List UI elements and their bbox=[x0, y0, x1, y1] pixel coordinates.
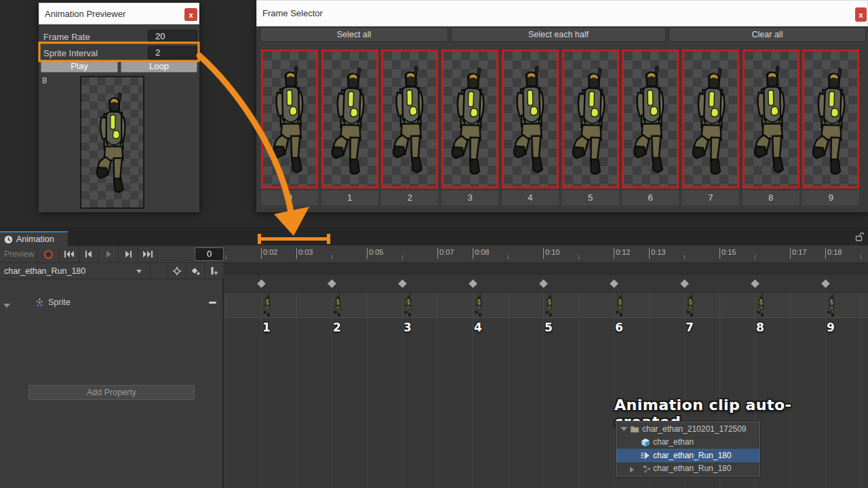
current-frame-field[interactable]: 0 bbox=[195, 247, 224, 261]
ruler-tick-minor bbox=[861, 255, 861, 260]
select-all-button[interactable]: Select all bbox=[260, 27, 448, 42]
record-button[interactable] bbox=[37, 246, 60, 262]
selector-close-button[interactable]: x bbox=[855, 7, 867, 22]
last-frame-button[interactable] bbox=[138, 246, 158, 262]
filter-curves-button[interactable] bbox=[168, 263, 186, 279]
next-frame-button[interactable] bbox=[119, 246, 138, 262]
keyframe-diamond[interactable] bbox=[751, 279, 760, 288]
keyframe-band[interactable] bbox=[224, 274, 868, 293]
ruler-label: 0:02 bbox=[263, 248, 277, 256]
clear-all-button[interactable]: Clear all bbox=[669, 27, 866, 42]
previewer-titlebar[interactable]: Animation Previewer x bbox=[39, 3, 199, 24]
frame-sprite bbox=[321, 49, 378, 188]
soldier-sprite bbox=[92, 89, 134, 196]
frame-selector-window: Frame Selector x Select all Select each … bbox=[256, 0, 868, 212]
sprite-preview bbox=[80, 76, 144, 209]
clip-row: char_ethan_Run_180 bbox=[0, 263, 224, 279]
screen: Animation Previewer x Frame Rate 20 Spri… bbox=[0, 0, 868, 488]
ruler-tick-major bbox=[367, 248, 368, 259]
frame-cell-0[interactable]: 0 bbox=[261, 49, 318, 205]
ruler-label: 0:10 bbox=[545, 248, 559, 256]
soldier-sprite bbox=[627, 60, 674, 178]
play-frame-button[interactable] bbox=[99, 246, 119, 262]
keyframe-diamond[interactable] bbox=[469, 279, 477, 288]
hierarchy-row-label: char_ethan_Run_180 bbox=[653, 451, 731, 460]
soldier-sprite bbox=[566, 61, 614, 179]
frame-cell-5[interactable]: 5 bbox=[562, 49, 619, 205]
prev-frame-button[interactable] bbox=[79, 246, 99, 262]
timeline-ruler[interactable]: 0:020:030:050:070:080:100:120:130:150:17… bbox=[224, 245, 868, 263]
clip-icon bbox=[641, 451, 650, 460]
previewer-close-button[interactable]: x bbox=[184, 8, 197, 21]
keyframe-number-annotation: 8 bbox=[753, 321, 768, 334]
add-property-button[interactable]: Add Property bbox=[28, 385, 195, 400]
soldier-sprite bbox=[326, 61, 374, 179]
hierarchy-row-char_ethan_Run_180[interactable]: char_ethan_Run_180 bbox=[616, 449, 760, 462]
preview-toggle[interactable]: Preview bbox=[0, 246, 37, 262]
folder-icon bbox=[630, 424, 639, 434]
sprite-interval-row: Sprite Interval 2 bbox=[39, 45, 199, 61]
frame-cell-8[interactable]: 8 bbox=[743, 49, 800, 205]
frame-rate-row: Frame Rate 20 bbox=[39, 28, 199, 45]
clip-dropdown[interactable]: char_ethan_Run_180 bbox=[0, 263, 151, 279]
sprite-interval-field[interactable]: 2 bbox=[148, 46, 197, 60]
keyframe-diamond[interactable] bbox=[539, 279, 548, 288]
first-frame-button[interactable] bbox=[60, 246, 79, 262]
keyframe-diamond[interactable] bbox=[398, 279, 407, 288]
add-keyframe-icon bbox=[191, 266, 201, 275]
record-icon bbox=[43, 249, 54, 260]
keyframe-thumbnails bbox=[224, 293, 868, 318]
first-frame-icon bbox=[64, 251, 75, 258]
keyframe-diamond[interactable] bbox=[257, 279, 266, 288]
expand-right-icon[interactable] bbox=[630, 467, 634, 472]
selector-titlebar[interactable]: Frame Selector x bbox=[256, 0, 868, 26]
soldier-sprite bbox=[267, 60, 313, 178]
frame-cell-7[interactable]: 7 bbox=[682, 49, 739, 205]
expand-down-icon[interactable] bbox=[620, 427, 627, 431]
model-icon bbox=[641, 438, 650, 447]
frame-cell-9[interactable]: 9 bbox=[802, 49, 859, 205]
hierarchy-row-char_ethan_210201_172509[interactable]: char_ethan_210201_172509 bbox=[616, 422, 760, 436]
hierarchy-row-char_ethan[interactable]: char_ethan bbox=[616, 436, 760, 449]
tab-animation[interactable]: Animation bbox=[0, 231, 68, 246]
frame-cell-1[interactable]: 1 bbox=[321, 49, 378, 205]
ruler-tick-major bbox=[543, 248, 544, 259]
ruler-tick-major bbox=[261, 248, 262, 259]
frame-cell-2[interactable]: 2 bbox=[381, 49, 438, 205]
prev-frame-icon bbox=[85, 251, 93, 258]
frame-cell-6[interactable]: 6 bbox=[622, 49, 679, 205]
ruler-label: 0:15 bbox=[722, 248, 736, 256]
keyframe-diamond[interactable] bbox=[680, 279, 689, 288]
frame-cell-3[interactable]: 3 bbox=[441, 49, 498, 205]
ruler-label: 0:17 bbox=[792, 248, 806, 256]
add-keyframe-button[interactable] bbox=[186, 263, 205, 279]
frame-sprite bbox=[743, 49, 800, 188]
sprite-property-icon bbox=[35, 298, 44, 307]
animation-window: Animation Preview bbox=[0, 227, 868, 488]
sprite-property-label: Sprite bbox=[48, 298, 71, 307]
loop-button[interactable]: Loop bbox=[121, 60, 197, 73]
sprite-property-row[interactable]: Sprite bbox=[0, 294, 222, 310]
frame-cell-4[interactable]: 4 bbox=[502, 49, 559, 205]
frame-number: 3 bbox=[441, 190, 498, 205]
lock-icon[interactable] bbox=[854, 232, 864, 242]
add-event-button[interactable] bbox=[205, 263, 223, 279]
play-button[interactable]: Play bbox=[41, 60, 118, 73]
keyframe-diamond[interactable] bbox=[328, 279, 336, 288]
foldout-triangle-icon[interactable] bbox=[3, 304, 10, 308]
hierarchy-row-char_ethan_Run_180[interactable]: char_ethan_Run_180 bbox=[616, 462, 760, 476]
frame-sprite bbox=[441, 49, 498, 188]
keyframe-diamond[interactable] bbox=[821, 279, 830, 288]
frame-rate-field[interactable]: 20 bbox=[148, 30, 197, 43]
toolbar-spacer bbox=[151, 263, 168, 279]
frame-number: 1 bbox=[321, 190, 378, 205]
select-each-half-button[interactable]: Select each half bbox=[451, 27, 666, 42]
ruler-tick-minor bbox=[578, 255, 579, 260]
keyframe-sprite-thumbnail bbox=[755, 293, 767, 317]
frame-number: 2 bbox=[381, 190, 438, 205]
keyframe-diamond[interactable] bbox=[610, 279, 618, 288]
transport-toolbar: Preview 0 bbox=[0, 246, 224, 263]
ruler-tick-major bbox=[649, 248, 650, 259]
frame-sprite bbox=[802, 49, 859, 188]
soldier-sprite bbox=[747, 60, 794, 178]
